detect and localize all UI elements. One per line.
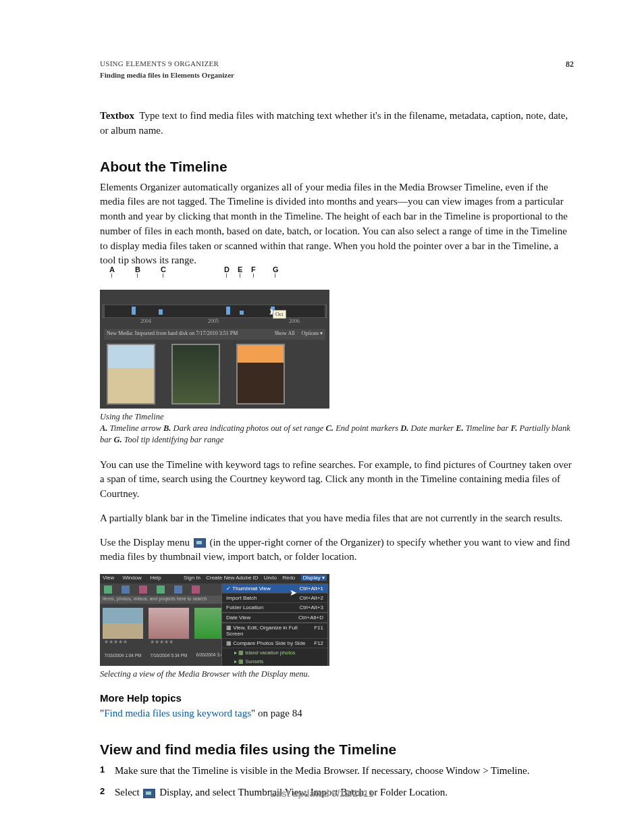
tool-icon[interactable] [192, 585, 200, 594]
menu-item[interactable]: Date ViewCtrl+Alt+D [222, 613, 327, 623]
footer-last-updated: Last updated 9/12/2011 [0, 788, 644, 799]
menu-item[interactable]: Import BatchCtrl+Alt+2 [222, 594, 327, 603]
rating-stars[interactable]: ★★★★★ [149, 639, 189, 645]
term-textbox: Textbox [100, 110, 134, 121]
doc-title: USING ELEMENTS 9 ORGANIZER [100, 59, 219, 68]
menu-item[interactable]: Folder LocationCtrl+Alt+3 [222, 603, 327, 613]
heading-view-find-timeline: View and find media files using the Time… [100, 741, 574, 758]
about-timeline-p3: A partially blank bar in the Timeline in… [100, 511, 574, 526]
create-id-link[interactable]: Create New Adobe ID [206, 575, 258, 581]
menu-view[interactable]: View [103, 575, 114, 581]
figure-timeline-caption: Using the Timeline A. Timeline arrow B. … [100, 411, 574, 446]
intro-paragraph: Textbox Type text to find media files wi… [100, 109, 574, 138]
figure-display-menu: View Window Help Sign In Create New Adob… [100, 574, 574, 666]
about-timeline-p1: Elements Organizer automatically organiz… [100, 180, 574, 269]
sign-in-link[interactable]: Sign In [184, 575, 200, 581]
callout-letter: A [109, 265, 115, 273]
tool-icon[interactable] [139, 585, 147, 594]
timeline-year: 2005 [208, 318, 219, 324]
search-input[interactable]: items, photos, videos, and projects here… [100, 596, 221, 604]
redo-button[interactable]: Redo [282, 575, 295, 581]
thumbnail[interactable]: ★★★★★ 7/16/2004 5:34 PM [149, 608, 189, 658]
cursor-icon: ➤ [290, 588, 297, 598]
timeline-year: 2004 [140, 318, 151, 324]
display-icon [194, 538, 206, 548]
heading-more-help: More Help topics [100, 692, 574, 704]
menu-item[interactable]: ▦ Compare Photos Side by SideF12 [222, 639, 327, 648]
doc-subtitle: Finding media files in Elements Organize… [100, 71, 574, 79]
about-timeline-p4: Use the Display menu (in the upper-right… [100, 536, 574, 565]
display-button[interactable]: Display ▾ [301, 575, 327, 581]
tool-icon[interactable] [104, 585, 112, 594]
more-help-link-line: "Find media files using keyword tags" on… [100, 706, 574, 721]
timeline-bar[interactable] [104, 305, 325, 318]
thumbnail[interactable]: ★★★★★ 7/16/2004 1:04 PM [103, 608, 143, 658]
menu-help[interactable]: Help [150, 575, 161, 581]
callout-letter: B [135, 265, 140, 273]
callout-letter: G [273, 265, 279, 273]
rating-stars[interactable]: ★★★★★ [103, 639, 143, 645]
thumbnail[interactable] [236, 344, 285, 405]
tool-icon[interactable] [157, 585, 165, 594]
options-button[interactable]: Options ▾ [302, 330, 323, 336]
toolbar [100, 583, 221, 596]
menu-item[interactable]: ▦ View, Edit, Organize in Full ScreenF11 [222, 623, 327, 639]
show-all-button[interactable]: Show All [275, 330, 295, 336]
figure-display-caption: Selecting a view of the Media Browser wi… [100, 669, 574, 680]
submenu-item[interactable]: ▸ ▦ Sunsets [222, 657, 327, 666]
thumbnail[interactable] [171, 344, 220, 405]
menu-item[interactable]: ✓ Thumbnail ViewCtrl+Alt+1 [222, 584, 327, 594]
menu-window[interactable]: Window [122, 575, 141, 581]
undo-button[interactable]: Undo [264, 575, 277, 581]
step-1: 1Make sure that the Timeline is visible … [100, 763, 574, 779]
timeline-tooltip: Oct [273, 310, 286, 319]
thumb-date: 7/16/2004 5:34 PM [149, 653, 189, 658]
tool-icon[interactable] [122, 585, 130, 594]
about-timeline-p2: You can use the Timeline with keyword ta… [100, 458, 574, 502]
submenu-item[interactable]: ▸ ▦ island vacation photos [222, 648, 327, 657]
callout-letter: D [224, 265, 230, 273]
display-dropdown: ✓ Thumbnail ViewCtrl+Alt+1 Import BatchC… [221, 583, 328, 666]
link-find-keyword-tags[interactable]: Find media files using keyword tags [104, 708, 251, 719]
intro-text: Type text to find media files with match… [100, 110, 568, 136]
thumbnail[interactable] [107, 344, 155, 405]
page-number: 82 [566, 59, 574, 70]
timeline-year: 2006 [289, 318, 300, 324]
timeline-status: New Media: Imported from hard disk on 7/… [107, 330, 238, 338]
thumb-date: 7/16/2004 1:04 PM [103, 653, 143, 658]
callout-letter: E [238, 265, 242, 273]
tool-icon[interactable] [174, 585, 182, 594]
figure-timeline: ABCDEFG ◀ ▶ ➤ Oct 2004 2005 2006 New Med… [100, 278, 574, 409]
heading-about-timeline: About the Timeline [100, 159, 574, 175]
callout-letter: F [251, 265, 256, 273]
callout-letter: C [161, 265, 166, 273]
